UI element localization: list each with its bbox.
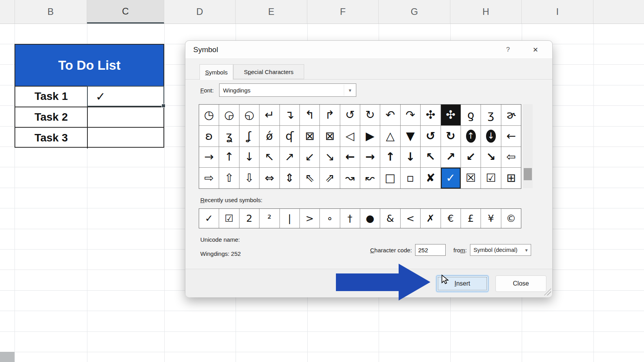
symbol-cell[interactable]: ▶ bbox=[360, 126, 380, 147]
symbol-cell[interactable]: ▫ bbox=[401, 168, 420, 188]
symbol-cell[interactable]: ↖ bbox=[421, 147, 440, 168]
symbol-cell[interactable]: ◁ bbox=[340, 126, 360, 147]
symbol-cell[interactable]: ↑ bbox=[380, 147, 400, 168]
symbol-cell[interactable]: ↓ bbox=[481, 126, 501, 147]
recent-symbol-cell[interactable]: > bbox=[300, 209, 319, 228]
recent-symbol-cell[interactable]: ☑ bbox=[219, 209, 239, 228]
symbol-cell[interactable]: ⊞ bbox=[501, 168, 521, 188]
symbol-cell[interactable]: △ bbox=[380, 126, 400, 147]
recent-symbol-cell[interactable]: 2 bbox=[239, 209, 259, 228]
symbol-cell[interactable]: ↱ bbox=[320, 105, 339, 125]
dialog-titlebar[interactable]: Symbol ? ✕ bbox=[185, 41, 552, 59]
symbol-cell[interactable]: ↴ bbox=[280, 105, 299, 125]
symbol-cell[interactable]: ʓ bbox=[219, 126, 239, 147]
recent-symbol-cell[interactable]: † bbox=[340, 209, 360, 228]
symbol-cell[interactable]: □ bbox=[380, 168, 400, 188]
symbol-cell[interactable]: ☑ bbox=[481, 168, 501, 188]
symbol-cell[interactable]: ↙ bbox=[461, 147, 481, 168]
symbol-cell[interactable]: ⇔ bbox=[259, 168, 279, 188]
symbol-cell[interactable]: ↜ bbox=[360, 168, 380, 188]
symbol-cell[interactable]: ◷ bbox=[199, 105, 219, 125]
symbol-cell[interactable]: ⇦ bbox=[501, 147, 521, 168]
symbol-cell[interactable]: ǿ bbox=[259, 126, 279, 147]
symbol-cell[interactable]: ⇗ bbox=[320, 168, 339, 188]
column-header-E[interactable]: E bbox=[236, 0, 307, 24]
cell-task-2-status[interactable] bbox=[88, 107, 163, 127]
column-header-B[interactable]: B bbox=[15, 0, 87, 24]
symbol-cell[interactable]: ↰ bbox=[300, 105, 319, 125]
recent-symbol-cell[interactable]: ∘ bbox=[320, 209, 339, 228]
column-header-D[interactable]: D bbox=[164, 0, 236, 24]
help-icon[interactable]: ? bbox=[502, 41, 514, 59]
column-header-G[interactable]: G bbox=[379, 0, 450, 24]
cell-task-3-status[interactable] bbox=[88, 128, 163, 148]
symbol-cell[interactable]: ↘ bbox=[481, 147, 501, 168]
recent-symbol-cell[interactable]: ¥ bbox=[481, 209, 501, 228]
symbol-cell[interactable]: ↻ bbox=[441, 126, 461, 147]
tab-symbols[interactable]: Symbols bbox=[200, 64, 233, 80]
recent-symbol-cell[interactable]: © bbox=[501, 209, 521, 228]
column-header-F[interactable]: F bbox=[307, 0, 379, 24]
symbol-cell[interactable]: ʆ bbox=[239, 126, 259, 147]
symbol-cell[interactable]: ↷ bbox=[401, 105, 420, 125]
symbol-cell[interactable]: ⊠ bbox=[320, 126, 339, 147]
symbol-cell[interactable]: ↖ bbox=[259, 147, 279, 168]
column-header-C[interactable]: C bbox=[87, 0, 164, 24]
symbol-cell[interactable]: ← bbox=[501, 126, 521, 147]
symbol-cell[interactable]: ↗ bbox=[280, 147, 299, 168]
cell-task-1[interactable]: Task 1 bbox=[15, 87, 88, 107]
recent-symbol-cell[interactable]: ² bbox=[259, 209, 279, 228]
symbol-cell[interactable]: ✘ bbox=[421, 168, 440, 188]
symbol-cell[interactable]: ◵ bbox=[239, 105, 259, 125]
recent-symbol-cell[interactable]: ✗ bbox=[421, 209, 440, 228]
symbol-cell-selected[interactable]: ✓ bbox=[441, 168, 461, 188]
symbol-cell[interactable]: ☒ bbox=[461, 168, 481, 188]
column-header-H[interactable]: H bbox=[450, 0, 522, 24]
symbol-cell[interactable]: ⇩ bbox=[239, 168, 259, 188]
scrollbar-thumb[interactable] bbox=[524, 168, 532, 180]
symbol-cell[interactable]: ɚ bbox=[501, 105, 521, 125]
recent-symbol-cell[interactable]: | bbox=[280, 209, 299, 228]
symbol-cell[interactable]: ↺ bbox=[340, 105, 360, 125]
symbol-cell[interactable]: ↶ bbox=[380, 105, 400, 125]
symbol-cell[interactable]: ↺ bbox=[421, 126, 440, 147]
close-icon[interactable]: ✕ bbox=[530, 41, 541, 59]
symbol-cell[interactable]: → bbox=[360, 147, 380, 168]
font-dropdown[interactable]: Wingdings ▾ bbox=[219, 83, 356, 97]
symbol-cell[interactable]: ↗ bbox=[441, 147, 461, 168]
symbol-cell[interactable]: → bbox=[199, 147, 219, 168]
symbol-cell[interactable]: ↓ bbox=[401, 147, 420, 168]
symbol-cell[interactable]: ↓ bbox=[239, 147, 259, 168]
chevron-down-icon[interactable]: ▾ bbox=[344, 85, 356, 96]
symbol-cell[interactable]: ↑ bbox=[219, 147, 239, 168]
symbol-cell[interactable]: ◶ bbox=[219, 105, 239, 125]
symbol-cell[interactable]: ↝ bbox=[340, 168, 360, 188]
symbol-cell[interactable]: ⇨ bbox=[199, 168, 219, 188]
symbol-cell[interactable]: ʠ bbox=[280, 126, 299, 147]
character-code-input[interactable] bbox=[415, 244, 446, 256]
cell-task-3[interactable]: Task 3 bbox=[15, 128, 88, 148]
symbol-cell[interactable]: ↑ bbox=[461, 126, 481, 147]
symbol-cell[interactable]: ⇧ bbox=[219, 168, 239, 188]
column-header-I[interactable]: I bbox=[522, 0, 593, 24]
recent-symbol-cell[interactable]: £ bbox=[461, 209, 481, 228]
symbol-cell[interactable]: ▼ bbox=[401, 126, 420, 147]
tab-special-characters[interactable]: Special Characters bbox=[233, 64, 304, 79]
from-dropdown[interactable]: Symbol (decimal) ▾ bbox=[470, 244, 531, 256]
symbol-cell[interactable]: ↻ bbox=[360, 105, 380, 125]
recent-symbol-cell[interactable]: € bbox=[441, 209, 461, 228]
symbol-cell[interactable]: ↵ bbox=[259, 105, 279, 125]
recent-symbol-cell[interactable]: & bbox=[380, 209, 400, 228]
recent-symbol-cell[interactable]: ● bbox=[360, 209, 380, 228]
chevron-down-icon[interactable]: ▾ bbox=[522, 245, 531, 255]
symbol-cell[interactable]: ʚ bbox=[199, 126, 219, 147]
symbol-cell[interactable]: ← bbox=[340, 147, 360, 168]
symbol-cell[interactable]: ʒ bbox=[481, 105, 501, 125]
close-button[interactable]: Close bbox=[495, 275, 546, 292]
symbol-cell[interactable]: ↘ bbox=[320, 147, 339, 168]
recent-symbol-cell[interactable]: < bbox=[401, 209, 420, 228]
symbol-cell[interactable]: ↙ bbox=[300, 147, 319, 168]
recent-symbol-cell[interactable]: ✓ bbox=[199, 209, 219, 228]
symbol-cell[interactable]: ✣ bbox=[441, 105, 461, 125]
cell-task-2[interactable]: Task 2 bbox=[15, 107, 88, 127]
